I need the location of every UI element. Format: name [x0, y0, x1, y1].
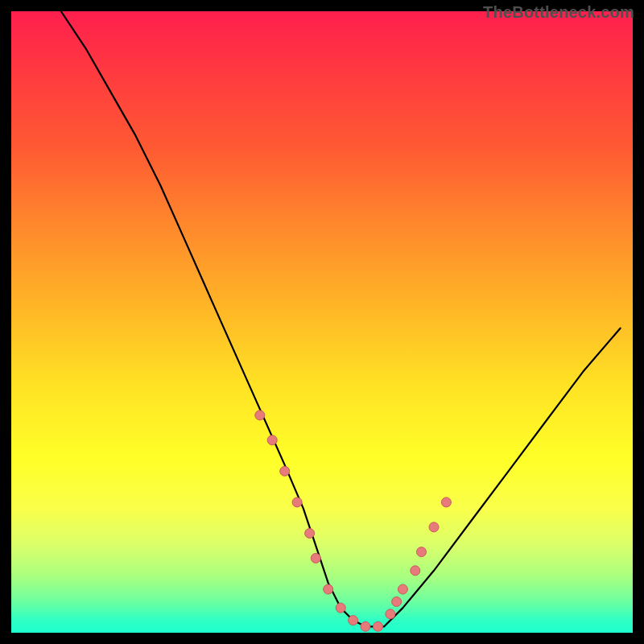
watermark-text: TheBottleneck.com [483, 3, 634, 22]
data-marker [398, 584, 407, 594]
data-marker [374, 621, 383, 631]
chart-stage: TheBottleneck.com [0, 0, 644, 644]
data-marker [349, 616, 358, 625]
data-marker [417, 547, 427, 557]
data-marker [255, 411, 265, 420]
data-marker [267, 436, 277, 445]
data-marker [336, 603, 345, 613]
data-marker [392, 597, 402, 606]
data-marker [441, 497, 451, 507]
data-marker [324, 584, 333, 594]
data-marker [305, 529, 315, 539]
data-marker [311, 553, 320, 563]
data-marker [361, 621, 370, 631]
data-marker [386, 609, 395, 619]
data-marker [429, 522, 439, 532]
data-marker [411, 566, 420, 576]
curve-line [61, 11, 621, 626]
chart-svg [11, 11, 633, 633]
data-marker [280, 466, 290, 476]
marker-group [255, 411, 452, 632]
data-marker [292, 497, 302, 507]
plot-area [11, 11, 633, 633]
